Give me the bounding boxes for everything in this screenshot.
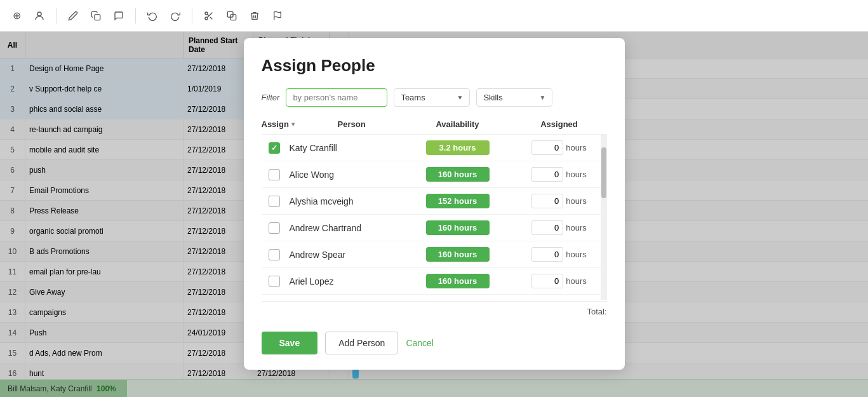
scrollbar-thumb[interactable] xyxy=(601,147,606,198)
pencil-icon[interactable] xyxy=(64,7,82,25)
user-icon[interactable] xyxy=(30,7,48,25)
skills-dropdown[interactable]: Skills ▼ xyxy=(476,88,552,107)
undo-icon[interactable] xyxy=(144,7,161,25)
col-assign[interactable]: Assign ▾ xyxy=(262,119,338,129)
save-button[interactable]: Save xyxy=(262,332,318,354)
col-person: Person xyxy=(338,119,404,129)
people-table-header: Assign ▾ Person Availability Assigned xyxy=(262,119,607,135)
person-checkbox-container xyxy=(262,222,287,234)
person-assigned: hours xyxy=(512,194,607,208)
teams-label: Teams xyxy=(401,93,425,102)
person-checkbox[interactable] xyxy=(269,249,280,260)
assigned-hours-label: hours xyxy=(566,276,587,286)
assigned-hours-input[interactable] xyxy=(531,194,563,208)
person-name: Katy Cranfill xyxy=(287,143,404,153)
person-availability: 152 hours xyxy=(404,194,512,208)
person-name: Alice Wong xyxy=(287,170,404,180)
assigned-hours-input[interactable] xyxy=(531,140,563,155)
assigned-hours-input[interactable] xyxy=(531,167,563,182)
assigned-hours-input[interactable] xyxy=(531,274,563,288)
redo-icon[interactable] xyxy=(166,7,184,25)
person-availability: 160 hours xyxy=(404,274,512,288)
availability-bar: 160 hours xyxy=(426,247,490,262)
scissors-icon[interactable] xyxy=(200,7,218,25)
assign-people-modal: Assign People Filter Teams ▼ Skills ▼ As… xyxy=(244,38,625,370)
svg-rect-1 xyxy=(95,15,100,20)
person-availability: 3.2 hours xyxy=(404,140,512,155)
main-area: All Planned Start Date Planned Finish Da… xyxy=(0,32,868,397)
person-availability: 160 hours xyxy=(404,167,512,182)
col-availability: Availability xyxy=(404,119,512,129)
filter-name-input[interactable] xyxy=(286,88,387,107)
people-list: Katy Cranfill 3.2 hours hours Alice Wong… xyxy=(262,135,607,300)
teams-dropdown[interactable]: Teams ▼ xyxy=(394,88,470,107)
svg-point-3 xyxy=(205,17,208,20)
person-row: Katy Cranfill 3.2 hours hours xyxy=(262,135,607,161)
person-checkbox[interactable] xyxy=(269,196,280,207)
assigned-hours-label: hours xyxy=(566,196,587,206)
divider1 xyxy=(56,8,57,24)
cancel-button[interactable]: Cancel xyxy=(406,338,434,348)
skills-label: Skills xyxy=(483,93,502,102)
flag-icon[interactable] xyxy=(269,7,286,25)
svg-point-2 xyxy=(205,12,208,15)
person-checkbox-container xyxy=(262,249,287,260)
filter-row: Filter Teams ▼ Skills ▼ xyxy=(262,88,607,107)
availability-bar: 160 hours xyxy=(426,167,490,182)
assigned-hours-label: hours xyxy=(566,143,587,152)
filter-label: Filter xyxy=(262,93,280,102)
person-assigned: hours xyxy=(512,274,607,288)
modal-title: Assign People xyxy=(262,56,607,76)
toolbar: ⊕ xyxy=(0,0,868,32)
person-checkbox-container xyxy=(262,142,287,154)
person-name: Andrew Chartrand xyxy=(287,223,404,233)
delete-icon[interactable] xyxy=(246,7,264,25)
scrollbar-track[interactable] xyxy=(601,135,607,300)
modal-actions: Save Add Person Cancel xyxy=(262,332,607,354)
svg-line-5 xyxy=(210,17,213,19)
person-availability: 160 hours xyxy=(404,247,512,262)
person-checkbox-container xyxy=(262,196,287,207)
person-checkbox[interactable] xyxy=(269,142,280,154)
availability-bar: 160 hours xyxy=(426,220,490,235)
person-row: Alice Wong 160 hours hours xyxy=(262,161,607,188)
person-name: Andrew Spear xyxy=(287,250,404,260)
total-label: Total: xyxy=(587,307,606,316)
assign-sort-icon: ▾ xyxy=(291,121,295,128)
person-row: Andrew Chartrand 160 hours hours xyxy=(262,215,607,241)
assigned-hours-label: hours xyxy=(566,223,587,232)
people-rows: Katy Cranfill 3.2 hours hours Alice Wong… xyxy=(262,135,607,300)
person-assigned: hours xyxy=(512,167,607,182)
add-person-button[interactable]: Add Person xyxy=(325,332,398,354)
person-availability: 160 hours xyxy=(404,220,512,235)
col-assigned: Assigned xyxy=(512,119,607,129)
skills-chevron-icon: ▼ xyxy=(539,94,545,101)
svg-line-6 xyxy=(207,14,209,16)
assigned-hours-label: hours xyxy=(566,250,587,259)
person-checkbox[interactable] xyxy=(269,169,280,180)
assigned-hours-input[interactable] xyxy=(531,220,563,235)
teams-chevron-icon: ▼ xyxy=(457,94,463,101)
assigned-hours-label: hours xyxy=(566,170,587,179)
person-row-partial xyxy=(262,295,607,300)
person-name: Alyshia mcveigh xyxy=(287,196,404,206)
modal-overlay: Assign People Filter Teams ▼ Skills ▼ As… xyxy=(0,32,868,397)
person-row: Ariel Lopez 160 hours hours xyxy=(262,268,607,295)
person-checkbox-container xyxy=(262,276,287,287)
person-row: Alyshia mcveigh 152 hours hours xyxy=(262,188,607,215)
person-checkbox[interactable] xyxy=(269,222,280,234)
svg-point-0 xyxy=(37,12,41,16)
availability-bar: 3.2 hours xyxy=(426,140,490,155)
availability-bar: 152 hours xyxy=(426,194,490,208)
comment-icon[interactable] xyxy=(110,7,128,25)
total-row: Total: xyxy=(262,301,607,321)
person-checkbox-container xyxy=(262,169,287,180)
copy-icon[interactable] xyxy=(87,7,105,25)
duplicate-icon[interactable] xyxy=(223,7,241,25)
person-row: Andrew Spear 160 hours hours xyxy=(262,241,607,268)
person-assigned: hours xyxy=(512,220,607,235)
assigned-hours-input[interactable] xyxy=(531,247,563,262)
person-checkbox[interactable] xyxy=(269,276,280,287)
availability-bar: 160 hours xyxy=(426,274,490,288)
add-icon[interactable]: ⊕ xyxy=(8,7,25,25)
